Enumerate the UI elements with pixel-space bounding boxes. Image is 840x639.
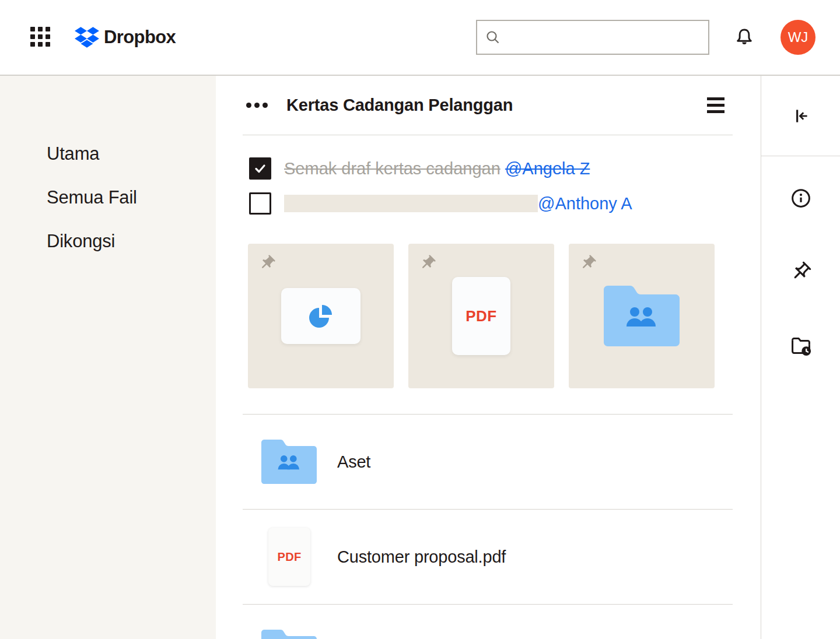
file-row-customer-proposal[interactable]: PDF Customer proposal.pdf	[243, 509, 733, 604]
more-options-icon[interactable]	[246, 103, 268, 108]
top-bar: Dropbox WJ	[0, 0, 840, 76]
todo-label: Semak draf kertas cadangan	[284, 159, 501, 178]
checkbox-unchecked[interactable]	[249, 192, 271, 215]
todo-checklist: Semak draf kertas cadangan @Angela Z @An…	[243, 135, 733, 227]
pie-chart-icon	[306, 301, 335, 331]
rail-collapse-section	[761, 76, 840, 156]
file-name: Customer proposal.pdf	[337, 547, 506, 567]
main-content: Kertas Cadangan Pelanggan Semak draf ker…	[216, 76, 761, 639]
sidebar-item-utama[interactable]: Utama	[0, 132, 216, 175]
todo-item-empty: @Anthony A	[243, 192, 733, 227]
info-icon[interactable]	[789, 187, 813, 210]
checkbox-checked[interactable]	[249, 157, 271, 180]
pinned-card-shared-folder[interactable]	[569, 244, 715, 388]
folder-recents-icon[interactable]	[789, 333, 813, 358]
file-row-partial[interactable]	[243, 604, 733, 639]
right-rail	[761, 76, 840, 639]
mention-angela[interactable]: @Angela Z	[505, 159, 590, 178]
folder-icon	[261, 630, 317, 639]
page-title: Kertas Cadangan Pelanggan	[286, 96, 513, 115]
brand-wordmark: Dropbox	[104, 27, 176, 48]
shared-folder-icon	[604, 286, 680, 346]
apps-grid-icon[interactable]	[30, 27, 51, 48]
pinned-card-pdf[interactable]: PDF	[408, 244, 554, 388]
search-icon	[485, 30, 501, 45]
pdf-document-icon: PDF	[452, 277, 510, 355]
pdf-document-icon: PDF	[268, 528, 310, 586]
pin-icon[interactable]	[790, 261, 812, 283]
check-icon	[253, 161, 267, 175]
collapse-panel-icon[interactable]	[791, 106, 811, 126]
chart-file-thumbnail	[281, 288, 360, 344]
pdf-badge: PDF	[466, 307, 497, 325]
mention-anthony[interactable]: @Anthony A	[538, 192, 632, 215]
sidebar-item-dikongsi[interactable]: Dikongsi	[0, 219, 216, 263]
left-sidebar: Utama Semua Fail Dikongsi	[0, 76, 216, 639]
todo-placeholder-bar[interactable]	[284, 195, 538, 212]
menu-icon[interactable]	[707, 97, 724, 113]
dropbox-logo[interactable]: Dropbox	[75, 27, 176, 48]
dropbox-glyph-icon	[75, 27, 99, 48]
pinned-card-chart[interactable]	[248, 244, 394, 388]
notifications-bell-icon[interactable]	[734, 27, 755, 48]
file-row-aset[interactable]: Aset	[243, 414, 733, 509]
avatar[interactable]: WJ	[780, 20, 816, 55]
document-header: Kertas Cadangan Pelanggan	[243, 76, 733, 135]
sidebar-item-semua-fail[interactable]: Semua Fail	[0, 175, 216, 219]
todo-item-done: Semak draf kertas cadangan @Angela Z	[243, 157, 733, 192]
file-list: Aset PDF Customer proposal.pdf	[243, 414, 733, 639]
pinned-cards: PDF	[248, 244, 733, 388]
todo-text: Semak draf kertas cadangan @Angela Z	[284, 157, 590, 180]
shared-folder-icon	[261, 440, 317, 484]
search-input[interactable]	[501, 21, 700, 54]
pdf-badge: PDF	[277, 550, 301, 564]
file-name: Aset	[337, 452, 370, 472]
search-box[interactable]	[476, 20, 709, 55]
